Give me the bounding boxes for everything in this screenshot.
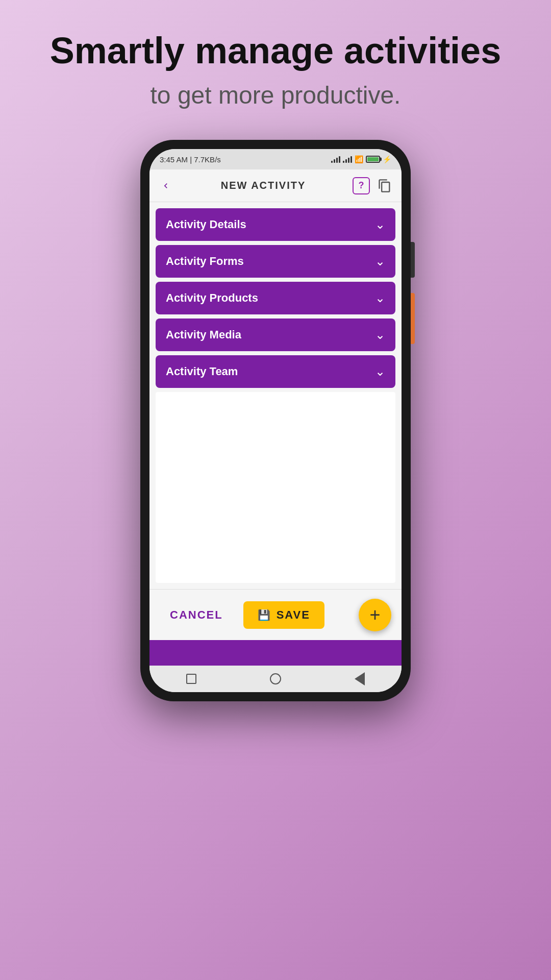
accordion-label-details: Activity Details bbox=[166, 218, 246, 231]
accordion-item-forms[interactable]: Activity Forms ⌄ bbox=[156, 245, 395, 278]
page-subheadline: to get more productive. bbox=[120, 81, 432, 109]
wifi-icon: 📶 bbox=[355, 155, 363, 163]
save-disk-icon: 💾 bbox=[258, 609, 271, 621]
copy-button[interactable] bbox=[376, 177, 393, 194]
accordion-item-details[interactable]: Activity Details ⌄ bbox=[156, 208, 395, 241]
android-nav-bar bbox=[149, 666, 402, 692]
status-icons: 📶 ⚡ bbox=[331, 155, 391, 163]
nav-actions: ? bbox=[353, 177, 393, 194]
android-square-button[interactable] bbox=[184, 672, 198, 686]
battery-icon bbox=[366, 156, 380, 163]
signal-icon-2 bbox=[343, 156, 352, 163]
cancel-button[interactable]: CANCEL bbox=[160, 603, 233, 627]
empty-content-area bbox=[156, 392, 395, 583]
accordion-item-products[interactable]: Activity Products ⌄ bbox=[156, 282, 395, 314]
nav-bar: NEW ACTIVITY ? bbox=[149, 169, 402, 202]
chevron-down-icon-details: ⌄ bbox=[375, 217, 385, 232]
screen-content: Activity Details ⌄ Activity Forms ⌄ Acti… bbox=[149, 202, 402, 589]
phone-mockup: 3:45 AM | 7.7KB/s 📶 ⚡ bbox=[140, 140, 411, 701]
chevron-down-icon-team: ⌄ bbox=[375, 364, 385, 379]
accordion-label-forms: Activity Forms bbox=[166, 255, 244, 268]
phone-frame: 3:45 AM | 7.7KB/s 📶 ⚡ bbox=[140, 140, 411, 701]
android-back-button[interactable] bbox=[353, 672, 367, 686]
status-bar: 3:45 AM | 7.7KB/s 📶 ⚡ bbox=[149, 149, 402, 169]
accordion-label-media: Activity Media bbox=[166, 328, 241, 341]
status-time: 3:45 AM | 7.7KB/s bbox=[160, 155, 221, 164]
help-button[interactable]: ? bbox=[353, 177, 370, 194]
back-button[interactable] bbox=[158, 178, 174, 194]
chevron-down-icon-media: ⌄ bbox=[375, 328, 385, 342]
square-icon bbox=[186, 674, 196, 684]
copy-icon bbox=[378, 179, 392, 193]
accordion-item-media[interactable]: Activity Media ⌄ bbox=[156, 318, 395, 351]
triangle-icon bbox=[355, 672, 365, 685]
signal-icon bbox=[331, 156, 340, 163]
bottom-action-bar: CANCEL 💾 SAVE + bbox=[149, 589, 402, 640]
phone-screen: 3:45 AM | 7.7KB/s 📶 ⚡ bbox=[149, 149, 402, 692]
save-label: SAVE bbox=[277, 608, 310, 622]
page-headline: Smartly manage activities bbox=[19, 31, 532, 71]
nav-title: NEW ACTIVITY bbox=[174, 180, 353, 191]
chevron-down-icon-products: ⌄ bbox=[375, 291, 385, 305]
question-mark-icon: ? bbox=[359, 180, 364, 191]
accordion-item-team[interactable]: Activity Team ⌄ bbox=[156, 355, 395, 388]
save-button[interactable]: 💾 SAVE bbox=[243, 601, 324, 629]
circle-icon bbox=[270, 673, 281, 684]
battery-fill bbox=[367, 157, 379, 161]
fab-add-button[interactable]: + bbox=[359, 599, 391, 631]
purple-strip bbox=[149, 640, 402, 666]
chevron-down-icon-forms: ⌄ bbox=[375, 254, 385, 268]
android-home-button[interactable] bbox=[268, 672, 283, 686]
accordion-label-team: Activity Team bbox=[166, 365, 238, 378]
accordion-label-products: Activity Products bbox=[166, 291, 258, 305]
lightning-icon: ⚡ bbox=[383, 155, 391, 163]
back-icon bbox=[161, 181, 171, 191]
